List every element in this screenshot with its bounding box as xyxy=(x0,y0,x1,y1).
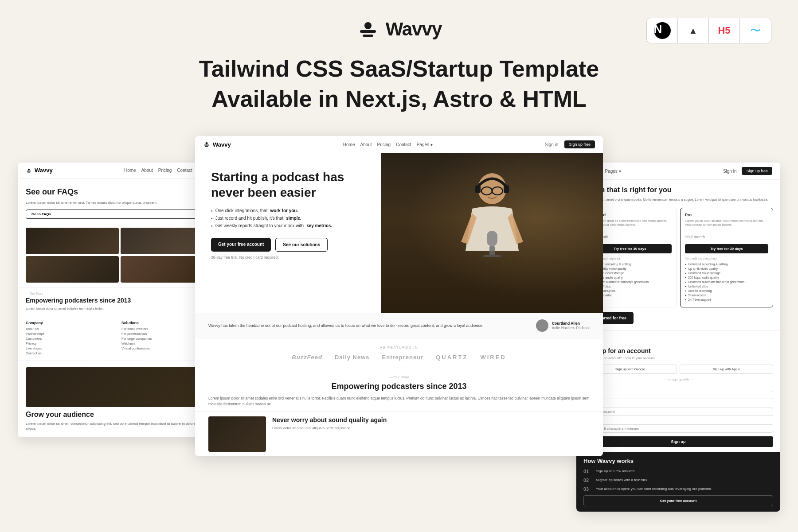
pricing-subtitle: Lorem dolor sit amet orci aliquam porta.… xyxy=(583,198,773,202)
step-2-text: Migrate episodes with a few click xyxy=(596,478,648,482)
svg-rect-13 xyxy=(489,246,495,255)
pro-pricing-btn[interactable]: Try free for 30 days xyxy=(685,244,768,253)
right-nav-signin[interactable]: Sign in xyxy=(723,169,737,174)
logo-entrepreneur: Entrepreneur xyxy=(382,354,424,361)
pro-trial-note: No credit card required. xyxy=(685,257,768,260)
our-story-section: — Our Story Empowering podcasters since … xyxy=(195,368,603,412)
signup-title: Sign up for an account xyxy=(583,347,773,354)
main-nav-cta[interactable]: Sign up free xyxy=(564,140,595,148)
signup-section: ≡ Sign up for an account Already have an… xyxy=(576,330,780,452)
faq-btn[interactable]: Go to FAQs xyxy=(26,210,214,219)
svg-rect-7 xyxy=(204,145,209,146)
left-nav-logo: Wavvy xyxy=(26,167,53,174)
story-title: Empowering podcasters since 2013 xyxy=(208,382,590,391)
sound-title: Never worry about sound quality again xyxy=(272,416,590,423)
author-info: Courtland Allen Indie Hackers Podcast xyxy=(552,321,590,330)
left-faq-section: See our FAQs Lorem ipsum dolor sit amet … xyxy=(18,179,222,228)
pricing-title: A plan that is right for you xyxy=(583,186,773,194)
footer-col-company: Company About us Partnerships Customers … xyxy=(26,321,118,356)
signup-password-field: Password xyxy=(583,419,773,433)
logo-text: Wavvy xyxy=(386,19,442,40)
left-img-1 xyxy=(26,228,119,254)
left-img-3 xyxy=(26,256,119,283)
step-1-num: 01 xyxy=(583,469,592,474)
tailwind-badge: 〜 xyxy=(740,18,771,43)
hero-primary-btn[interactable]: Get your free account xyxy=(211,238,271,252)
pro-pricing-card: Pro Lorem ipsum dolor sit amet inclunest… xyxy=(680,208,773,307)
right-screenshot: Contact Pages ▾ Sign in Sign up free A p… xyxy=(576,163,780,512)
svg-rect-5 xyxy=(27,172,30,172)
faq-title: See our FAQs xyxy=(26,187,214,197)
name-input[interactable] xyxy=(583,391,773,399)
right-nav: Contact Pages ▾ Sign in Sign up free xyxy=(576,163,780,180)
password-input[interactable] xyxy=(583,424,773,433)
astro-badge: ▲ xyxy=(678,18,709,43)
signup-or-divider: — or sign up with — xyxy=(583,377,773,381)
testimonial-section: Wavvy has taken the headache out of our … xyxy=(195,313,603,338)
pricing-cards: Standard Lorem ipsum dolor sit amet incl… xyxy=(583,208,773,307)
logo-wired: WIRED xyxy=(480,354,506,361)
featured-logos: BuzzFeed Daily News Entrepreneur QUARTZ … xyxy=(208,354,590,361)
pro-tier-label: Pro xyxy=(685,213,768,217)
empower-title: Empowering podcasters since 2013 xyxy=(26,297,214,304)
main-nav: Wavvy Home About Pricing Contact Pages ▾… xyxy=(195,136,603,153)
svg-rect-10 xyxy=(475,185,481,193)
signup-subtitle: Already have an account? Login to your a… xyxy=(583,356,773,360)
signup-submit-btn[interactable]: Sign up xyxy=(583,436,773,447)
svg-rect-11 xyxy=(504,185,509,193)
svg-rect-4 xyxy=(27,171,31,171)
hero-feature-2: Just record and hit publish, it's that s… xyxy=(211,216,368,221)
main-nav-logo: Wavvy xyxy=(203,141,231,148)
nextjs-icon: N xyxy=(654,22,671,39)
main-nav-signin[interactable]: Sign in xyxy=(545,142,559,147)
nextjs-badge: N xyxy=(647,18,678,43)
featured-label: AS FEATURED IN xyxy=(208,346,590,349)
email-input[interactable] xyxy=(583,408,773,416)
how-step-3: 03 Your account is open: you can start r… xyxy=(583,486,773,492)
sound-quality-section: Never worry about sound quality again Lo… xyxy=(195,412,603,456)
step-1-text: Sign up in a few minutes xyxy=(596,469,634,474)
pro-price: $59/ month xyxy=(685,230,768,241)
wavvy-logo-icon xyxy=(356,18,379,41)
page-title: Tailwind CSS SaaS/Startup Template Avail… xyxy=(199,54,599,114)
logo-quartz: QUARTZ xyxy=(436,354,468,361)
sound-image xyxy=(208,416,266,452)
how-step-2: 02 Migrate episodes with a few click xyxy=(583,478,773,483)
svg-point-3 xyxy=(28,168,30,170)
apple-signup-btn[interactable]: Sign up with Apple xyxy=(680,365,773,374)
grow-person-image xyxy=(26,367,214,407)
faq-text: Lorem ipsum dolor sit amet enim orci. Ta… xyxy=(26,200,214,205)
how-works-cta-btn[interactable]: Get your free account xyxy=(583,495,773,506)
hero-trial-text: 30-day free trial. No credit card requir… xyxy=(211,255,368,260)
hero-secondary-btn[interactable]: See our solutions xyxy=(275,238,328,252)
right-nav-cta[interactable]: Sign up free xyxy=(742,167,772,175)
grow-text: Lorem ipsum dolor sit amet, consectetur … xyxy=(26,421,214,431)
sound-text: Lorem dolor sit amet orci aliquam porta … xyxy=(272,426,590,430)
how-step-1: 01 Sign up in a few minutes xyxy=(583,469,773,474)
featured-in-section: AS FEATURED IN BuzzFeed Daily News Entre… xyxy=(195,338,603,368)
main-title-block: Tailwind CSS SaaS/Startup Template Avail… xyxy=(199,54,599,114)
hero-features: One click integrations, that work for yo… xyxy=(211,208,368,228)
author-role: Indie Hackers Podcast xyxy=(552,326,590,330)
empower-label: — Our Story xyxy=(26,292,214,295)
svg-point-6 xyxy=(206,142,208,144)
svg-point-0 xyxy=(364,22,372,29)
story-text: Lorem ipsum dolor sit amet sodales enim … xyxy=(208,396,590,407)
main-screenshot: Wavvy Home About Pricing Contact Pages ▾… xyxy=(195,136,603,456)
empower-text: Lorem ipsum dolor sit amet sodales enim … xyxy=(26,307,214,311)
step-2-num: 02 xyxy=(583,478,592,483)
html5-badge: H5 xyxy=(709,18,740,43)
left-empower-section: — Our Story Empowering podcasters since … xyxy=(18,287,222,316)
password-label: Password xyxy=(583,419,773,423)
signup-social-buttons: Sign up with Google Sign up with Apple xyxy=(583,365,773,374)
logo-area: Wavvy xyxy=(356,18,442,41)
testimonial-text: Wavvy has taken the headache out of our … xyxy=(208,323,530,328)
story-section-label: — Our Story xyxy=(208,375,590,379)
svg-rect-14 xyxy=(483,255,501,257)
pro-features: Unlimited recording & editing Up to 4k v… xyxy=(685,263,768,301)
preview-container: Wavvy Home About Pricing Contact Pages ▾… xyxy=(27,136,771,456)
page-header: Wavvy N ▲ H5 〜 xyxy=(27,18,771,41)
signup-email-field: Email xyxy=(583,402,773,416)
step-3-text: Your account is open: you can start reco… xyxy=(596,486,712,491)
how-works-section: How Wavvy works 01 Sign up in a few minu… xyxy=(576,452,780,512)
